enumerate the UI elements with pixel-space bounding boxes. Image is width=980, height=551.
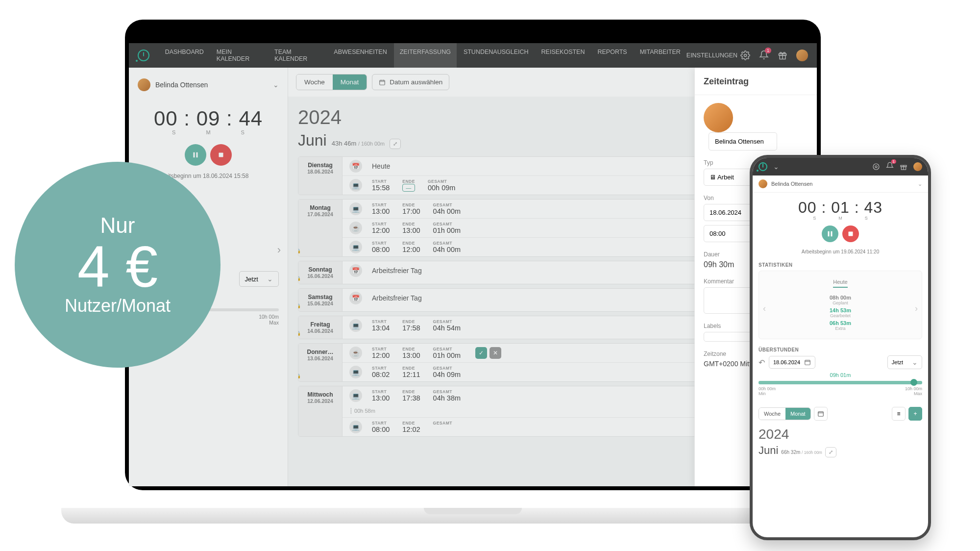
phone-user-selector[interactable]: Belinda Ottensen ⌄ — [753, 175, 928, 193]
timer: 00 : 09 : 44 SMS itsbeginn um 18.06.2024… — [138, 107, 279, 179]
month-button[interactable]: Monat — [333, 75, 367, 90]
svg-rect-5 — [219, 153, 223, 157]
jetzt-select[interactable]: Jetzt⌄ — [887, 355, 922, 369]
chevron-down-icon: ⌄ — [918, 181, 922, 187]
laptop-icon: 💻 — [349, 319, 362, 332]
nav-link[interactable]: ABWESENHEITEN — [328, 43, 392, 70]
gift-icon[interactable] — [900, 163, 907, 171]
gear-icon[interactable] — [872, 163, 880, 171]
day-header: Mittwoch12.06.2024 — [298, 386, 343, 436]
nav-link[interactable]: REISEKOSTEN — [536, 43, 591, 70]
app-logo-icon[interactable] — [138, 50, 149, 61]
avatar[interactable] — [796, 50, 808, 61]
lock-icon: 🔒 — [298, 331, 301, 336]
overtime-value: 09h 01m — [759, 372, 922, 378]
notification-badge: 1 — [891, 159, 896, 164]
svg-rect-13 — [831, 231, 833, 237]
svg-rect-15 — [805, 360, 810, 365]
stop-button[interactable] — [842, 225, 859, 242]
phone-stat: 14h 53mGearbeitet — [765, 307, 916, 318]
stats-tab[interactable]: Heute — [833, 279, 847, 288]
nav-link[interactable]: MEIN KALENDER — [211, 43, 268, 70]
nav-link[interactable]: DASHBOARD — [159, 43, 210, 70]
phone-timer: 00 : 01 : 43 SMS Arbeitsbeginn um 19.06.… — [753, 193, 928, 258]
pause-button[interactable] — [822, 225, 838, 242]
next-arrow[interactable]: › — [915, 303, 918, 314]
svg-rect-3 — [194, 152, 195, 158]
user-name-input[interactable]: Belinda Ottensen — [709, 132, 777, 150]
nav-link[interactable]: TEAM KALENDER — [269, 43, 327, 70]
confirm-button[interactable]: ✓ — [475, 347, 487, 359]
month-heading: Juni 66h 32m / 160h 00m ⤢ — [753, 444, 928, 457]
year-heading: 2024 — [753, 425, 928, 444]
day-header: Dienstag18.06.2024 — [298, 157, 343, 195]
chevron-down-icon[interactable]: ⌄ — [773, 163, 779, 171]
avatar[interactable] — [913, 162, 922, 171]
nav-link[interactable]: REPORTS — [591, 43, 633, 70]
laptop-frame: DASHBOARDMEIN KALENDERTEAM KALENDERABWES… — [113, 20, 833, 515]
jetzt-select[interactable]: Jetzt⌄ — [239, 271, 279, 287]
view-segment: Woche Monat — [296, 74, 367, 90]
svg-point-9 — [873, 164, 879, 170]
add-button[interactable]: + — [908, 407, 922, 421]
filter-button[interactable]: ≡ — [892, 407, 906, 421]
month-button[interactable]: Monat — [785, 408, 810, 420]
next-arrow[interactable]: › — [277, 244, 281, 256]
stats-title: STATISTIKEN — [759, 262, 922, 268]
pricing-bubble: Nur 4 € Nutzer/Monat — [15, 162, 220, 368]
laptop-icon: 💻 — [349, 366, 362, 378]
day-header: Freitag14.06.2024🔒 — [298, 316, 343, 339]
avatar — [704, 103, 733, 132]
prev-arrow[interactable]: ‹ — [763, 303, 766, 314]
settings-link[interactable]: EINSTELLUNGEN — [686, 50, 750, 60]
laptop-icon: 💻 — [349, 421, 362, 433]
gift-icon[interactable] — [778, 50, 787, 60]
week-button[interactable]: Woche — [296, 75, 333, 90]
timer-start-text: Arbeitsbeginn um 19.06.2024 11:20 — [753, 249, 928, 254]
svg-rect-4 — [196, 152, 198, 158]
top-navbar: DASHBOARDMEIN KALENDERTEAM KALENDERABWES… — [129, 43, 817, 68]
panel-user-row: Belinda Ottensen — [704, 103, 808, 150]
avatar — [138, 78, 150, 91]
notification-badge: 1 — [765, 48, 771, 53]
overtime-title: ÜBERSTUNDEN — [759, 347, 922, 352]
phone-frame: ⌄ 1 Belinda Ottensen ⌄ 00 : 01 : 43 SMS … — [750, 155, 931, 540]
day-header: Donner…13.06.2024🔒 — [298, 344, 343, 381]
nav-link[interactable]: MITARBEITER — [634, 43, 686, 70]
laptop-icon: 💻 — [349, 179, 362, 192]
lock-icon: 🔒 — [298, 249, 301, 253]
cal-icon: 📅 — [349, 264, 362, 277]
svg-rect-16 — [818, 412, 823, 416]
expand-button[interactable]: ⤢ — [390, 139, 401, 149]
undo-icon[interactable]: ↶ — [759, 358, 765, 367]
laptop-icon: 💻 — [349, 202, 362, 215]
cup-icon: ☕ — [349, 347, 362, 359]
laptop-screen: DASHBOARDMEIN KALENDERTEAM KALENDERABWES… — [125, 20, 821, 490]
week-button[interactable]: Woche — [759, 408, 785, 420]
stop-button[interactable] — [210, 144, 232, 166]
expand-button[interactable]: ⤢ — [825, 447, 836, 457]
user-selector[interactable]: Belinda Ottensen ⌄ — [138, 75, 279, 95]
phone-stat: 06h 53mExtra — [765, 320, 916, 331]
pause-button[interactable] — [185, 144, 206, 166]
cup-icon: ☕ — [349, 222, 362, 234]
calendar-button[interactable] — [814, 407, 828, 421]
date-picker[interactable]: 18.06.2024 — [769, 356, 815, 369]
overtime-bar[interactable] — [759, 381, 922, 384]
day-header: Montag17.06.2024🔒 — [298, 200, 343, 256]
phone-stats-section: STATISTIKEN ‹ › Heute 08h 00mGeplant14h … — [753, 258, 928, 343]
date-picker-button[interactable]: Datum auswählen — [372, 74, 449, 90]
nav-link[interactable]: ZEITERFASSUNG — [394, 43, 457, 70]
calendar-icon — [804, 359, 811, 366]
laptop-icon: 💻 — [349, 389, 362, 402]
cancel-button[interactable]: ✕ — [490, 347, 501, 359]
cal-icon: 📅 — [349, 160, 362, 173]
calendar-icon — [817, 410, 824, 417]
svg-rect-14 — [849, 232, 853, 236]
app-logo-icon[interactable] — [759, 162, 767, 171]
notifications-button[interactable]: 1 — [886, 162, 894, 172]
svg-point-8 — [875, 166, 877, 168]
notifications-button[interactable]: 1 — [759, 50, 769, 61]
nav-link[interactable]: STUNDENAUSGLEICH — [458, 43, 535, 70]
calendar-icon — [379, 79, 386, 86]
